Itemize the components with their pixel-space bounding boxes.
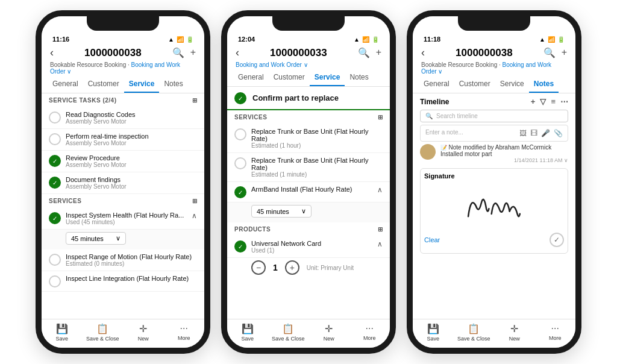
- p2-service-3-duration-select[interactable]: 45 minutes ∨: [251, 205, 312, 218]
- phone-2-nav-title: 1000000033: [270, 47, 327, 59]
- phone-3-screen: 11:18 ▲ 📶 🔋 ‹ 1000000038 🔍 + Bookable Re…: [413, 16, 575, 348]
- confirm-task[interactable]: ✓ Confirm part to replace: [227, 87, 390, 110]
- confirm-circle: ✓: [234, 92, 246, 104]
- signature-confirm-button[interactable]: ✓: [550, 233, 564, 247]
- more-button-p3[interactable]: ··· More: [535, 323, 576, 342]
- wifi-icon-p2: 📶: [362, 36, 369, 43]
- qty-plus-button[interactable]: +: [285, 260, 299, 275]
- signature-actions: Clear ✓: [424, 230, 564, 249]
- tab-customer-p2[interactable]: Customer: [269, 69, 310, 86]
- tab-general-p3[interactable]: General: [419, 76, 454, 93]
- timeline-list-icon[interactable]: ≡: [551, 97, 556, 106]
- note-input[interactable]: Enter a note... 🖼 🎞 🎤 📎: [420, 125, 568, 142]
- phone-2-screen: 12:04 ▲ 📶 🔋 ‹ 1000000033 🔍 + Booking and…: [227, 16, 390, 348]
- phone-2-back-button[interactable]: ‹: [236, 46, 239, 59]
- wifi-icon: 📶: [177, 36, 184, 43]
- tab-notes-p3[interactable]: Notes: [529, 76, 559, 93]
- duration-chevron: ∨: [116, 234, 121, 242]
- task-item-1[interactable]: Read Diagnostic Codes Assembly Servo Mot…: [42, 107, 204, 129]
- tab-general-p1[interactable]: General: [48, 76, 83, 93]
- phone-3-notch: [458, 16, 530, 31]
- timeline-more-icon[interactable]: ⋯: [560, 97, 568, 106]
- signature-clear-button[interactable]: Clear: [424, 236, 440, 243]
- tab-notes-p2[interactable]: Notes: [345, 69, 373, 86]
- p2-service-2-text: Replace Trunk or Base Unit (Flat Hourly …: [251, 157, 383, 178]
- note-image-icon[interactable]: 🖼: [519, 129, 527, 137]
- phone-2-tabs: General Customer Service Notes: [227, 69, 390, 87]
- task-circle-4: ✓: [49, 177, 61, 189]
- phone-3-add-icon[interactable]: +: [562, 47, 567, 58]
- more-button-p1[interactable]: ··· More: [164, 323, 205, 342]
- p2-service-3-chevron[interactable]: ∧: [377, 186, 383, 194]
- save-close-button-p2[interactable]: 📋 Save & Close: [268, 323, 309, 342]
- phone-1-services-grid-icon[interactable]: ⊞: [192, 198, 198, 204]
- phone-3-subtitle: Bookable Resource Booking · Booking and …: [413, 61, 575, 76]
- phone-3-nav-icons: 🔍 +: [543, 47, 567, 58]
- task-item-3[interactable]: ✓ Review Procedure Assembly Servo Motor: [42, 151, 204, 172]
- timeline-add-icon[interactable]: +: [531, 97, 536, 106]
- qty-minus-button[interactable]: −: [251, 260, 266, 275]
- phone-3-search-icon[interactable]: 🔍: [543, 47, 556, 58]
- phone-2-subtitle: Booking and Work Order ∨: [227, 61, 390, 69]
- service-1-expanded: 45 minutes ∨: [42, 230, 204, 249]
- save-icon-p2: 💾: [242, 323, 254, 334]
- task-item-2[interactable]: Perform real-time inspection Assembly Se…: [42, 129, 204, 151]
- timeline-search[interactable]: 🔍 Search timeline: [420, 110, 568, 122]
- phone-3-time: 11:18: [424, 36, 440, 43]
- tab-service-p2[interactable]: Service: [310, 69, 345, 86]
- save-button-p2[interactable]: 💾 Save: [227, 323, 268, 342]
- service-1-duration-select[interactable]: 45 minutes ∨: [66, 232, 126, 245]
- phone-1-back-button[interactable]: ‹: [50, 46, 54, 59]
- save-close-button-p3[interactable]: 📋 Save & Close: [454, 323, 495, 342]
- task-4-text: Document findings Assembly Servo Motor: [66, 176, 127, 190]
- note-body: 📝 Note modified by Abraham McCormick Ins…: [440, 144, 568, 163]
- new-button-p3[interactable]: ✛ New: [494, 323, 535, 342]
- phone-2-search-icon[interactable]: 🔍: [358, 47, 370, 58]
- service-item-2[interactable]: Inspect Range of Motion (Flat Hourly Rat…: [42, 249, 204, 271]
- service-item-1[interactable]: ✓ Inspect System Health (Flat Hourly Ra.…: [42, 208, 204, 230]
- author-avatar: [420, 144, 436, 160]
- service-circle-1: ✓: [49, 212, 61, 224]
- phone-1-add-icon[interactable]: +: [190, 47, 196, 58]
- timeline-filter-icon[interactable]: ▽: [540, 97, 546, 106]
- note-audio-icon[interactable]: 🎤: [541, 129, 550, 137]
- new-icon-p2: ✛: [325, 323, 333, 334]
- wifi-icon-p3: 📶: [548, 36, 555, 43]
- p2-service-item-3[interactable]: ✓ ArmBand Install (Flat Hourly Rate) ∧: [227, 182, 390, 202]
- phone-2-services-grid-icon[interactable]: ⊞: [378, 114, 383, 121]
- phone-1: 11:16 ▲ 📶 🔋 ‹ 1000000038 🔍 + Bookable Re…: [36, 10, 210, 354]
- phone-3-bottom-bar: 💾 Save 📋 Save & Close ✛ New ··· More: [413, 319, 575, 348]
- new-icon-p1: ✛: [139, 323, 147, 334]
- tab-customer-p1[interactable]: Customer: [83, 76, 124, 93]
- phone-2-add-icon[interactable]: +: [376, 47, 381, 58]
- task-item-4[interactable]: ✓ Document findings Assembly Servo Motor: [42, 172, 204, 194]
- new-button-p1[interactable]: ✛ New: [123, 323, 164, 342]
- note-attach-icon[interactable]: 📎: [554, 129, 563, 137]
- timeline-search-icon: 🔍: [425, 113, 433, 119]
- note-video-icon[interactable]: 🎞: [530, 129, 537, 137]
- phone-3-back-button[interactable]: ‹: [421, 46, 425, 59]
- timeline-header: Timeline + ▽ ≡ ⋯: [413, 93, 575, 110]
- more-button-p2[interactable]: ··· More: [349, 323, 390, 342]
- p2-product-1-chevron[interactable]: ∧: [377, 240, 383, 248]
- service-1-chevron[interactable]: ∧: [192, 212, 197, 220]
- p2-service-item-1[interactable]: Replace Trunk or Base Unit (Flat Hourly …: [227, 124, 390, 153]
- tab-notes-p1[interactable]: Notes: [159, 76, 187, 93]
- tab-service-p3[interactable]: Service: [495, 76, 529, 93]
- phone-2-products-grid-icon[interactable]: ⊞: [378, 226, 383, 233]
- phone-2-content: ✓ Confirm part to replace SERVICES ⊞ Rep…: [227, 87, 390, 319]
- save-close-button-p1[interactable]: 📋 Save & Close: [83, 323, 124, 342]
- tab-general-p2[interactable]: General: [233, 69, 269, 86]
- new-button-p2[interactable]: ✛ New: [308, 323, 349, 342]
- save-button-p1[interactable]: 💾 Save: [42, 323, 83, 342]
- phone-1-search-icon[interactable]: 🔍: [172, 47, 184, 58]
- phone-1-content: SERVICE TASKS (2/4) ⊞ Read Diagnostic Co…: [42, 93, 204, 319]
- tab-service-p1[interactable]: Service: [124, 76, 160, 93]
- p2-product-item-1[interactable]: ✓ Universal Network Card Used (1) ∧: [227, 236, 390, 258]
- save-button-p3[interactable]: 💾 Save: [413, 323, 454, 342]
- tab-customer-p3[interactable]: Customer: [454, 76, 495, 93]
- signature-section: Signature Clear ✓: [420, 168, 568, 254]
- service-item-3[interactable]: Inspect Line Integration (Flat Hourly Ra…: [42, 271, 204, 292]
- phone-1-grid-icon[interactable]: ⊞: [192, 97, 198, 104]
- p2-service-item-2[interactable]: Replace Trunk or Base Unit (Flat Hourly …: [227, 153, 390, 182]
